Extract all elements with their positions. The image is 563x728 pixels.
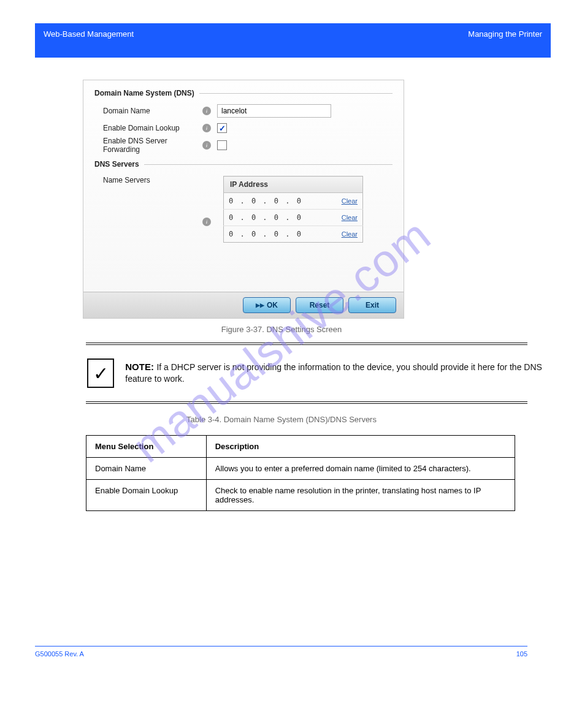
- exit-button[interactable]: Exit: [348, 297, 396, 313]
- note-label: NOTE:: [125, 362, 154, 372]
- row-name-servers: Name Servers i IP Address 0 . 0 . 0 . 0 …: [94, 173, 393, 243]
- table-row: 0 . 0 . 0 . 0 Clear: [224, 226, 363, 243]
- note-text: If a DHCP server is not providing the in…: [125, 362, 542, 384]
- footer-right: 105: [516, 650, 527, 658]
- col-menu-selection: Menu Selection: [86, 436, 207, 458]
- label-domain-name: Domain Name: [94, 107, 202, 115]
- exit-button-label: Exit: [366, 301, 379, 309]
- ip-cell[interactable]: 0 . 0 . 0 . 0: [224, 226, 330, 243]
- table-row: Domain Name Allows you to enter a prefer…: [86, 458, 515, 480]
- row-enable-lookup: Enable Domain Lookup i: [94, 119, 393, 137]
- ok-button[interactable]: ▶▶OK: [243, 297, 291, 313]
- cell-desc: Allows you to enter a preferred domain n…: [206, 458, 515, 480]
- checkbox-enable-lookup[interactable]: [217, 123, 227, 133]
- section-dns-servers-title: DNS Servers: [94, 160, 393, 169]
- label-name-servers: Name Servers: [94, 173, 202, 184]
- name-servers-table: IP Address 0 . 0 . 0 . 0 Clear 0 . 0 . 0…: [223, 176, 363, 243]
- cell-menu: Domain Name: [86, 458, 207, 480]
- clear-link[interactable]: Clear: [342, 214, 358, 221]
- table-caption: Table 3-4. Domain Name System (DNS)/DNS …: [0, 415, 563, 424]
- reset-button-label: Reset: [310, 301, 330, 309]
- note-row: ✓ NOTE: If a DHCP server is not providin…: [87, 358, 563, 388]
- info-icon[interactable]: i: [202, 107, 211, 115]
- dns-description-table: Menu Selection Description Domain Name A…: [86, 435, 515, 511]
- checkmark-icon: ✓: [87, 358, 114, 388]
- table-row: 0 . 0 . 0 . 0 Clear: [224, 193, 363, 210]
- footer-left: G500055 Rev. A: [35, 650, 84, 658]
- button-bar: ▶▶OK Reset Exit: [83, 292, 404, 318]
- info-icon[interactable]: i: [202, 141, 211, 150]
- label-enable-forwarding: Enable DNS Server Forwarding: [94, 137, 202, 154]
- divider: [86, 401, 527, 404]
- domain-name-input[interactable]: [217, 104, 331, 118]
- play-icon: ▶▶: [256, 302, 264, 308]
- reset-button[interactable]: Reset: [296, 297, 343, 313]
- label-enable-lookup: Enable Domain Lookup: [94, 124, 202, 132]
- clear-link[interactable]: Clear: [342, 197, 358, 205]
- page-header: Web-Based Management Managing the Printe…: [35, 23, 551, 58]
- header-right: Managing the Printer: [468, 29, 542, 39]
- table-row: Enable Domain Lookup Check to enable nam…: [86, 480, 515, 511]
- info-icon[interactable]: i: [202, 218, 211, 226]
- table-row: 0 . 0 . 0 . 0 Clear: [224, 210, 363, 226]
- dns-settings-panel: Domain Name System (DNS) Domain Name i E…: [83, 80, 404, 319]
- header-left: Web-Based Management: [44, 29, 134, 39]
- info-icon[interactable]: i: [202, 124, 211, 132]
- clear-link[interactable]: Clear: [342, 230, 358, 238]
- ip-cell[interactable]: 0 . 0 . 0 . 0: [224, 193, 330, 210]
- ip-cell[interactable]: 0 . 0 . 0 . 0: [224, 210, 330, 226]
- section-dns-title: Domain Name System (DNS): [94, 89, 393, 97]
- cell-desc: Check to enable name resolution in the p…: [206, 480, 515, 511]
- figure-caption: Figure 3-37. DNS Settings Screen: [0, 325, 563, 334]
- ip-address-header: IP Address: [224, 176, 363, 193]
- row-enable-forwarding: Enable DNS Server Forwarding i: [94, 137, 393, 154]
- checkbox-enable-forwarding[interactable]: [217, 140, 227, 150]
- cell-menu: Enable Domain Lookup: [86, 480, 207, 511]
- col-description: Description: [206, 436, 515, 458]
- divider: [86, 343, 527, 345]
- ok-button-label: OK: [267, 301, 278, 309]
- page-footer: G500055 Rev. A 105: [35, 646, 527, 658]
- row-domain-name: Domain Name i: [94, 102, 393, 119]
